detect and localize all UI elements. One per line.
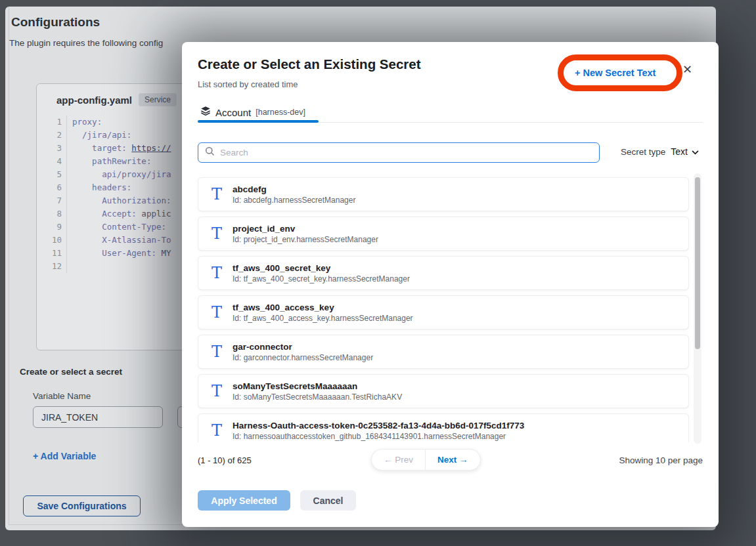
active-tab-indicator	[198, 120, 319, 123]
text-secret-icon: T	[211, 304, 227, 320]
apply-selected-button[interactable]: Apply Selected	[198, 490, 290, 511]
secret-name: Harness-Oauth-access-token-0c253582-fa13…	[233, 420, 524, 431]
tab-account[interactable]: Account [harness-dev]	[200, 106, 305, 119]
per-page-info: Showing 10 per page	[619, 455, 703, 465]
secret-list-item[interactable]: T tf_aws_400_secret_key Id: tf_aws_400_s…	[198, 256, 689, 290]
secret-type-filter: Secret type Text	[621, 146, 699, 157]
secret-list-item[interactable]: T gar-connector Id: garconnector.harness…	[198, 335, 689, 369]
next-page-button[interactable]: Next →	[426, 450, 480, 470]
secret-id: Id: garconnector.harnessSecretManager	[233, 352, 373, 363]
secret-name: tf_aws_400_secret_key	[233, 262, 410, 274]
secret-id: Id: tf_aws_400_secret_key.harnessSecretM…	[233, 274, 410, 284]
secret-list-item[interactable]: T tf_aws_400_access_key Id: tf_aws_400_a…	[198, 295, 689, 329]
secret-name: tf_aws_400_access_key	[233, 302, 413, 313]
secret-meta: Harness-Oauth-access-token-0c253582-fa13…	[233, 420, 524, 442]
secret-meta: gar-connector Id: garconnector.harnessSe…	[233, 341, 373, 363]
secret-list-item[interactable]: T soManyTestSecretsMaaaaaan Id: soManyTe…	[198, 374, 689, 408]
secret-id: Id: abcdefg.harnessSecretManager	[233, 195, 355, 205]
search-input[interactable]	[220, 148, 599, 158]
text-secret-icon: T	[211, 383, 227, 399]
secret-name: project_id_env	[233, 223, 378, 234]
pagination-range: (1 - 10) of 625	[198, 455, 252, 465]
secret-id: Id: tf_aws_400_access_key.harnessSecretM…	[233, 313, 413, 324]
text-secret-icon: T	[211, 344, 227, 360]
secret-meta: soManyTestSecretsMaaaaaan Id: soManyTest…	[233, 381, 402, 402]
secret-meta: tf_aws_400_access_key Id: tf_aws_400_acc…	[233, 302, 413, 324]
secret-list: T abcdefg Id: abcdefg.harnessSecretManag…	[198, 177, 689, 442]
tab-account-label: Account	[215, 107, 251, 118]
modal-title: Create or Select an Existing Secret	[198, 56, 421, 72]
secret-type-dropdown[interactable]: Text	[671, 146, 699, 157]
screen: Configurations The plugin requires the f…	[0, 0, 756, 546]
new-secret-text-button[interactable]: + New Secret Text	[575, 64, 656, 82]
close-icon[interactable]: ✕	[682, 62, 692, 77]
secret-id: Id: project_id_env.harnessSecretManager	[233, 234, 378, 245]
chevron-down-icon	[692, 146, 699, 157]
secret-meta: abcdefg Id: abcdefg.harnessSecretManager	[233, 184, 355, 205]
secret-type-label: Secret type	[621, 147, 665, 157]
secret-id: Id: soManyTestSecretsMaaaaaan.TestRichaA…	[233, 392, 402, 402]
search-box[interactable]	[198, 142, 600, 163]
secret-list-item[interactable]: T project_id_env Id: project_id_env.harn…	[198, 217, 689, 251]
pager: ← Prev Next →	[371, 449, 481, 471]
secret-meta: tf_aws_400_secret_key Id: tf_aws_400_sec…	[233, 262, 410, 284]
secret-meta: project_id_env Id: project_id_env.harnes…	[233, 223, 378, 245]
prev-page-button[interactable]: ← Prev	[372, 450, 425, 470]
modal-subtitle: List sorted by created time	[198, 79, 298, 89]
list-scrollbar-thumb[interactable]	[695, 177, 700, 349]
secret-name: abcdefg	[233, 184, 355, 195]
text-secret-icon: T	[211, 186, 227, 202]
secret-list-item[interactable]: T abcdefg Id: abcdefg.harnessSecretManag…	[198, 177, 689, 211]
secret-list-item[interactable]: T Harness-Oauth-access-token-0c253582-fa…	[198, 413, 689, 442]
search-icon	[205, 146, 215, 159]
layers-icon	[200, 106, 211, 119]
secret-id: Id: harnessoauthaccesstoken_github_16843…	[233, 431, 524, 442]
tab-account-scope: [harness-dev]	[256, 108, 305, 117]
text-secret-icon: T	[211, 226, 227, 242]
text-secret-icon: T	[211, 423, 227, 438]
select-secret-modal: Create or Select an Existing Secret List…	[182, 42, 719, 527]
secret-name: gar-connector	[233, 341, 373, 352]
text-secret-icon: T	[211, 265, 227, 281]
secret-name: soManyTestSecretsMaaaaaan	[233, 381, 402, 392]
cancel-button[interactable]: Cancel	[300, 490, 356, 511]
list-scrollbar-track[interactable]	[694, 173, 701, 444]
